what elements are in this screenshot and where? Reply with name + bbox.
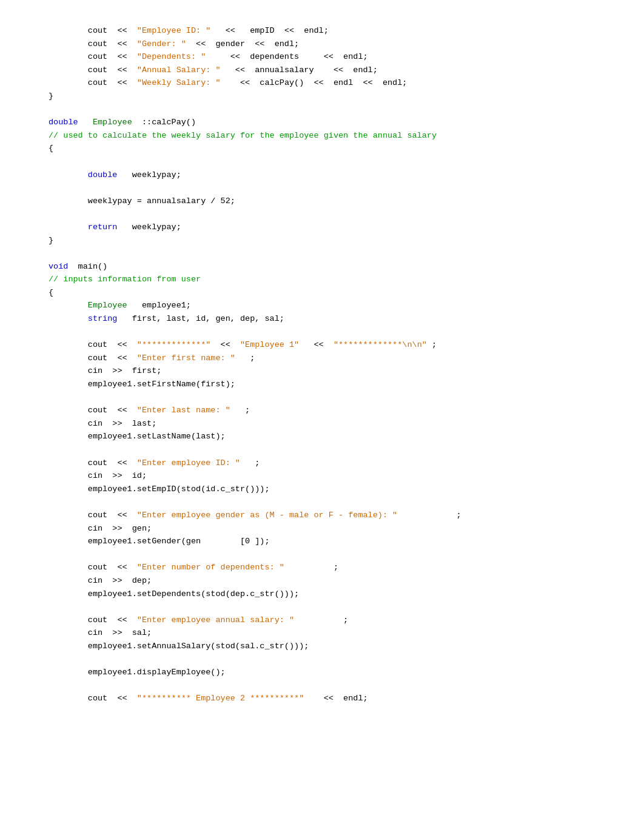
code-line: cout << "Enter employee annual salary: "… [49,614,626,627]
code-line: cout << "Enter employee gender as (M - m… [49,509,626,522]
code-line [49,548,626,562]
code-line: cout << "Enter last name: " ; [49,404,626,417]
code-line: cout << "Employee ID: " << empID << endl… [49,24,626,38]
code-line: void main() [49,260,626,273]
code-line: Employee employee1; [49,299,626,312]
code-line: } [49,90,626,103]
code-line [49,326,626,339]
code-line: weeklypay = annualsalary / 52; [49,195,626,208]
code-line [49,181,626,195]
code-line: } [49,234,626,247]
code-line: { [49,286,626,300]
code-line: cout << "*************" << "Employee 1" … [49,338,626,352]
code-line: employee1.setEmpID(stod(id.c_str())); [49,483,626,496]
code-line: cin >> dep; [49,574,626,588]
code-line [49,391,626,404]
code-line: cout << "Annual Salary: " << annualsalar… [49,64,626,77]
code-line [49,207,626,221]
code-line: cout << "Dependents: " << dependents << … [49,50,626,64]
code-line [49,679,626,692]
code-line: // used to calculate the weekly salary f… [49,129,626,143]
code-line: cin >> sal; [49,626,626,640]
code-line [49,653,626,666]
code-line: cin >> first; [49,364,626,378]
code-line: cout << "Enter first name: " ; [49,352,626,365]
code-line: employee1.setLastName(last); [49,430,626,443]
code-line: double weeklypay; [49,169,626,182]
code-line: cout << "Gender: " << gender << endl; [49,38,626,51]
code-line: cout << "Enter employee ID: " ; [49,457,626,470]
code-line: cin >> last; [49,417,626,431]
code-line: double Employee ::calcPay() [49,116,626,129]
code-line [49,495,626,509]
code-line: cout << "Weekly Salary: " << calcPay() <… [49,76,626,90]
code-line: return weeklypay; [49,221,626,234]
code-line: employee1.displayEmployee(); [49,666,626,679]
code-line: cin >> gen; [49,522,626,535]
code-line [49,103,626,116]
code-line: employee1.setAnnualSalary(stod(sal.c_str… [49,640,626,653]
code-line: employee1.setFirstName(first); [49,378,626,391]
code-container: cout << "Employee ID: " << empID << endl… [49,24,626,705]
code-line: cout << "Enter number of dependents: " ; [49,561,626,574]
code-line: // inputs information from user [49,273,626,286]
code-line [49,247,626,260]
code-line: employee1.setDependents(stod(dep.c_str()… [49,588,626,601]
code-line: string first, last, id, gen, dep, sal; [49,312,626,326]
code-line: { [49,142,626,155]
code-line: cout << "********** Employee 2 *********… [49,692,626,705]
code-line [49,600,626,614]
code-line [49,443,626,457]
code-line: cin >> id; [49,469,626,483]
code-line [49,155,626,169]
code-line: employee1.setGender(gen [0 ]); [49,535,626,548]
